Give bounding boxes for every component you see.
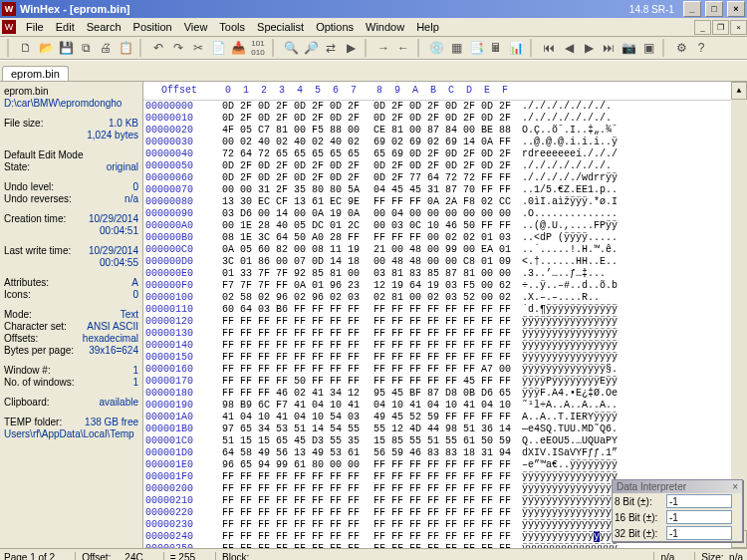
hex-byte[interactable]: FF: [371, 507, 388, 519]
hex-byte[interactable]: 03: [442, 280, 460, 292]
hex-byte[interactable]: FF: [496, 376, 514, 388]
hex-byte[interactable]: 7F: [237, 280, 255, 292]
hex-byte[interactable]: 2F: [496, 113, 514, 125]
hex-byte[interactable]: 59: [388, 447, 406, 459]
hex-byte[interactable]: FF: [424, 304, 442, 316]
hex-byte[interactable]: FF: [442, 304, 460, 316]
hex-ascii[interactable]: ÿÿÿÿÿÿÿÿÿÿÿÿÿÿÿÿ: [522, 543, 641, 548]
hex-byte[interactable]: FF: [442, 328, 460, 340]
hex-byte[interactable]: 65: [496, 388, 514, 400]
hex-byte[interactable]: FF: [496, 471, 514, 483]
hex-ascii[interactable]: `d.¶ÿÿÿÿÿÿÿÿÿÿÿÿ: [522, 304, 641, 316]
hex-byte[interactable]: FF: [424, 507, 442, 519]
hex-byte[interactable]: FF: [478, 471, 496, 483]
hex-byte[interactable]: 13: [291, 196, 309, 208]
hex-byte[interactable]: FF: [255, 507, 273, 519]
hex-byte[interactable]: FF: [496, 184, 514, 196]
hex-byte[interactable]: 19: [388, 280, 406, 292]
hex-byte[interactable]: 2F: [273, 113, 291, 125]
hex-byte[interactable]: 03: [219, 208, 237, 220]
hex-byte[interactable]: FF: [255, 388, 273, 400]
hex-byte[interactable]: FF: [309, 543, 327, 548]
hex-byte[interactable]: FF: [496, 519, 514, 531]
settings-icon[interactable]: ⚙: [672, 39, 690, 57]
hex-byte[interactable]: FF: [442, 340, 460, 352]
template-manager-icon[interactable]: ▣: [639, 39, 657, 57]
hex-byte[interactable]: 72: [460, 172, 478, 184]
hex-byte[interactable]: D6: [237, 208, 255, 220]
hex-byte[interactable]: 2F: [460, 101, 478, 113]
hex-byte[interactable]: 00: [478, 208, 496, 220]
hex-byte[interactable]: FF: [388, 232, 406, 244]
hex-byte[interactable]: FF: [442, 507, 460, 519]
open-file-icon[interactable]: 📂: [37, 39, 55, 57]
hex-ascii[interactable]: .0ìÏ.aìžÿÿÿ.*ø.Ì: [522, 196, 641, 208]
hex-byte[interactable]: 09: [496, 256, 514, 268]
hex-byte[interactable]: 65: [273, 435, 291, 447]
hex-byte[interactable]: 35: [291, 184, 309, 196]
hex-byte[interactable]: FF: [309, 304, 327, 316]
hex-byte[interactable]: 40: [273, 220, 291, 232]
hex-ascii[interactable]: ÿÿÿÿÿÿÿÿÿÿÿÿÿÿÿÿ: [522, 328, 641, 340]
hex-byte[interactable]: FF: [478, 184, 496, 196]
hex-byte[interactable]: 0D: [327, 172, 345, 184]
hex-byte[interactable]: FF: [388, 507, 406, 519]
hex-byte[interactable]: 04: [237, 412, 255, 423]
hex-byte[interactable]: 31: [478, 447, 496, 459]
hex-byte[interactable]: FF: [478, 519, 496, 531]
hex-byte[interactable]: FF: [327, 507, 345, 519]
toolbar-grip[interactable]: [662, 39, 667, 57]
hex-byte[interactable]: 45: [388, 412, 406, 423]
hex-byte[interactable]: FF: [460, 519, 478, 531]
redo-icon[interactable]: ↷: [169, 39, 187, 57]
hex-byte[interactable]: 02: [273, 137, 291, 148]
hex-byte[interactable]: 10: [388, 400, 406, 412]
hex-byte[interactable]: 00: [460, 125, 478, 137]
hex-byte[interactable]: 34: [327, 388, 345, 400]
menu-tools[interactable]: Tools: [213, 19, 251, 35]
hex-byte[interactable]: DC: [309, 220, 327, 232]
hex-ascii[interactable]: .Ö..............: [522, 208, 641, 220]
hex-byte[interactable]: 2F: [345, 172, 363, 184]
hex-byte[interactable]: 10: [309, 412, 327, 423]
hex-byte[interactable]: FF: [237, 316, 255, 328]
hex-ascii[interactable]: ..<dP (ÿÿÿÿ.....: [522, 232, 641, 244]
hex-byte[interactable]: FF: [460, 412, 478, 423]
ram-icon[interactable]: ▦: [447, 39, 465, 57]
toolbar-grip[interactable]: [7, 39, 12, 57]
hex-byte[interactable]: FF: [327, 352, 345, 364]
toolbar-grip[interactable]: [417, 39, 422, 57]
hex-byte[interactable]: FF: [442, 471, 460, 483]
hex-byte[interactable]: 0D: [309, 256, 327, 268]
hex-byte[interactable]: FF: [255, 352, 273, 364]
hex-byte[interactable]: 04: [388, 208, 406, 220]
hex-byte[interactable]: 85: [424, 268, 442, 280]
hex-row[interactable]: 00000170FFFFFFFF50FFFFFFFFFFFFFFFF45FFFF…: [145, 376, 731, 388]
hex-byte[interactable]: FF: [388, 543, 406, 548]
hex-row[interactable]: 00000180FFFFFF46024134129545BF87D80BD665…: [145, 388, 731, 400]
hex-byte[interactable]: FF: [327, 495, 345, 507]
hex-byte[interactable]: FF: [327, 316, 345, 328]
hex-byte[interactable]: 12: [371, 280, 388, 292]
hex-byte[interactable]: 60: [255, 244, 273, 256]
hex-ascii[interactable]: ..1/5.€Z.EE1.p..: [522, 184, 641, 196]
hex-byte[interactable]: 2F: [388, 172, 406, 184]
hex-byte[interactable]: FF: [406, 376, 424, 388]
hex-byte[interactable]: 2F: [424, 160, 442, 172]
hex-byte[interactable]: FF: [478, 220, 496, 232]
hex-byte[interactable]: 85: [388, 435, 406, 447]
hex-byte[interactable]: 52: [460, 292, 478, 304]
hex-byte[interactable]: EC: [327, 196, 345, 208]
data-interpreter-input[interactable]: [666, 510, 732, 524]
hex-byte[interactable]: 84: [442, 125, 460, 137]
hex-byte[interactable]: FF: [442, 376, 460, 388]
hex-byte[interactable]: 69: [406, 137, 424, 148]
hex-byte[interactable]: B6: [273, 304, 291, 316]
hex-row[interactable]: 000000B0081E3C6450A028FFFFFFFF0002020103…: [145, 232, 731, 244]
hex-byte[interactable]: 82: [273, 244, 291, 256]
hex-byte[interactable]: FF: [371, 316, 388, 328]
hex-byte[interactable]: 48: [406, 244, 424, 256]
hex-byte[interactable]: FF: [406, 316, 424, 328]
hex-byte[interactable]: 0D: [442, 148, 460, 160]
menu-edit[interactable]: Edit: [50, 19, 81, 35]
